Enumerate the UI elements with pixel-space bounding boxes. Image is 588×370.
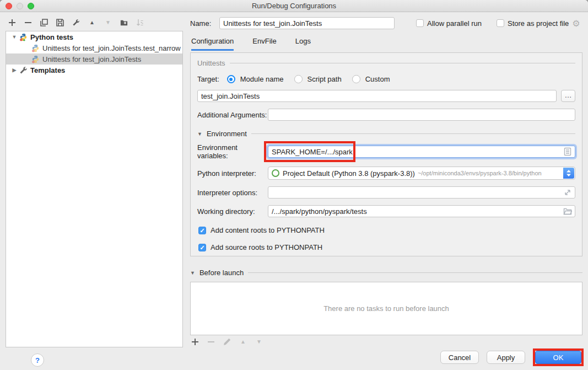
python-interpreter-path: ~/opt/miniconda3/envs/pyspark-3.8/bin/py…: [418, 170, 542, 176]
folder-icon[interactable]: [563, 207, 572, 216]
save-configuration-icon[interactable]: [56, 18, 64, 27]
help-button[interactable]: ?: [31, 353, 44, 367]
interpreter-options-input[interactable]: [268, 186, 575, 199]
divider: [251, 133, 575, 134]
allow-parallel-run-option[interactable]: Allow parallel run: [416, 19, 482, 28]
tree-item-label: Unittests for test_join.JoinTests.test_n…: [42, 44, 181, 52]
cancel-button[interactable]: Cancel: [440, 351, 479, 364]
copy-configuration-icon[interactable]: [40, 18, 48, 27]
run-debug-configurations-dialog: Run/Debug Configurations ▲ ▼: [0, 0, 588, 370]
chevron-down-icon[interactable]: ▼: [10, 34, 18, 40]
module-name-input[interactable]: [197, 90, 557, 102]
tree-item-label: Unittests for test_join.JoinTests: [42, 55, 141, 63]
divider: [230, 63, 575, 63]
add-configuration-icon[interactable]: [8, 18, 17, 27]
apply-button[interactable]: Apply: [487, 351, 525, 364]
remove-configuration-icon[interactable]: [24, 18, 33, 27]
minimize-window-button[interactable]: [17, 3, 23, 9]
move-task-down-icon[interactable]: ▼: [255, 338, 263, 346]
additional-arguments-label: Additional Arguments:: [197, 111, 268, 119]
chevron-down-icon[interactable]: ▼: [190, 270, 195, 276]
tree-item-unittest-narrow[interactable]: Unittests for test_join.JoinTests.test_n…: [6, 42, 182, 53]
before-launch-section-header[interactable]: ▼ Before launch: [190, 269, 582, 277]
python-interpreter-select[interactable]: Project Default (Python 3.8 (pyspark-3.8…: [268, 167, 575, 180]
add-task-icon[interactable]: [191, 338, 199, 346]
footer-buttons: Cancel Apply OK: [440, 348, 584, 366]
edit-task-icon[interactable]: [223, 338, 231, 346]
configuration-panel: Unittests Target: Module name Script pat…: [190, 52, 582, 256]
chevron-down-icon[interactable]: ▼: [197, 131, 202, 137]
allow-parallel-run-label: Allow parallel run: [427, 19, 482, 28]
add-source-roots-option[interactable]: ✓ Add source roots to PYTHONPATH: [198, 243, 575, 251]
zoom-window-button[interactable]: [28, 3, 34, 9]
tree-item-unittest-jointests[interactable]: Unittests for test_join.JoinTests: [6, 53, 182, 65]
radio-module-name-label: Module name: [240, 75, 284, 83]
move-down-icon[interactable]: ▼: [104, 18, 112, 27]
working-directory-field: [268, 205, 575, 217]
traffic-lights: [6, 3, 34, 9]
python-test-icon: [31, 55, 40, 63]
browse-module-button[interactable]: …: [561, 90, 575, 102]
close-window-button[interactable]: [6, 3, 12, 9]
name-label: Name:: [190, 19, 219, 28]
name-input[interactable]: [219, 17, 395, 29]
interpreter-options-label: Interpreter options:: [197, 189, 268, 197]
store-as-project-file-option[interactable]: Store as project file: [497, 19, 569, 28]
before-launch-task-list: There are no tasks to run before launch: [190, 282, 582, 335]
python-interpreter-label: Python interpreter:: [197, 169, 268, 178]
edit-templates-icon[interactable]: [72, 18, 80, 27]
browse-variables-icon[interactable]: [563, 147, 572, 156]
window-title: Run/Debug Configurations: [252, 2, 336, 10]
ok-button[interactable]: OK: [535, 351, 581, 364]
move-task-up-icon[interactable]: ▲: [239, 338, 247, 346]
add-source-roots-checkbox[interactable]: ✓: [198, 244, 206, 251]
divider: [248, 272, 582, 273]
tab-configuration[interactable]: Configuration: [191, 37, 234, 51]
environment-section-label: Environment: [207, 130, 247, 138]
sort-alphabetically-icon[interactable]: [136, 18, 144, 27]
radio-custom-label: Custom: [365, 75, 390, 83]
tree-item-label: Templates: [30, 66, 65, 74]
move-up-icon[interactable]: ▲: [88, 18, 96, 27]
dropdown-chevrons-icon[interactable]: [563, 168, 574, 179]
expand-icon[interactable]: [563, 188, 572, 197]
tab-logs[interactable]: Logs: [295, 37, 311, 51]
gear-icon[interactable]: ⚙: [572, 18, 580, 29]
tab-envfile[interactable]: EnvFile: [252, 37, 276, 51]
radio-script-path[interactable]: [294, 75, 303, 83]
configurations-sidebar: ▲ ▼ ▼ Python tests Unittests for t: [6, 17, 183, 347]
working-directory-input[interactable]: [268, 205, 575, 217]
before-launch-empty-text: There are no tasks to run before launch: [323, 304, 449, 313]
working-directory-row: Working directory:: [197, 205, 575, 217]
chevron-right-icon[interactable]: ▶: [10, 67, 18, 73]
module-row: …: [197, 90, 575, 102]
tree-item-python-tests[interactable]: ▼ Python tests: [6, 31, 182, 42]
target-row: Target: Module name Script path Custom: [197, 75, 575, 83]
working-directory-label: Working directory:: [197, 207, 268, 216]
wrench-icon: [19, 66, 28, 74]
environment-variables-input[interactable]: [268, 146, 575, 158]
allow-parallel-run-checkbox[interactable]: [416, 19, 424, 27]
unittests-group-header: Unittests: [197, 59, 575, 67]
target-radio-group: Module name Script path Custom: [227, 75, 396, 83]
name-row: Name: Allow parallel run Store as projec…: [190, 17, 582, 30]
radio-module-name[interactable]: [227, 75, 235, 83]
tab-bar: Configuration EnvFile Logs: [190, 37, 582, 51]
python-test-icon: [31, 44, 40, 52]
add-content-roots-checkbox[interactable]: ✓: [198, 227, 206, 234]
add-content-roots-option[interactable]: ✓ Add content roots to PYTHONPATH: [198, 226, 575, 234]
add-source-roots-label: Add source roots to PYTHONPATH: [211, 243, 322, 251]
add-content-roots-label: Add content roots to PYTHONPATH: [211, 226, 325, 234]
tree-item-label: Python tests: [30, 33, 73, 41]
red-highlight-annotation-ok: OK: [533, 348, 584, 366]
radio-custom[interactable]: [352, 75, 360, 83]
environment-variables-label: Environment variables:: [197, 143, 268, 160]
before-launch-label: Before launch: [199, 269, 244, 277]
additional-arguments-input[interactable]: [268, 109, 575, 121]
tree-item-templates[interactable]: ▶ Templates: [6, 65, 182, 76]
store-as-project-file-checkbox[interactable]: [497, 19, 504, 27]
environment-section-header[interactable]: ▼ Environment: [197, 130, 575, 138]
remove-task-icon[interactable]: [207, 338, 215, 346]
additional-arguments-row: Additional Arguments:: [197, 109, 575, 121]
new-folder-icon[interactable]: [120, 18, 128, 27]
